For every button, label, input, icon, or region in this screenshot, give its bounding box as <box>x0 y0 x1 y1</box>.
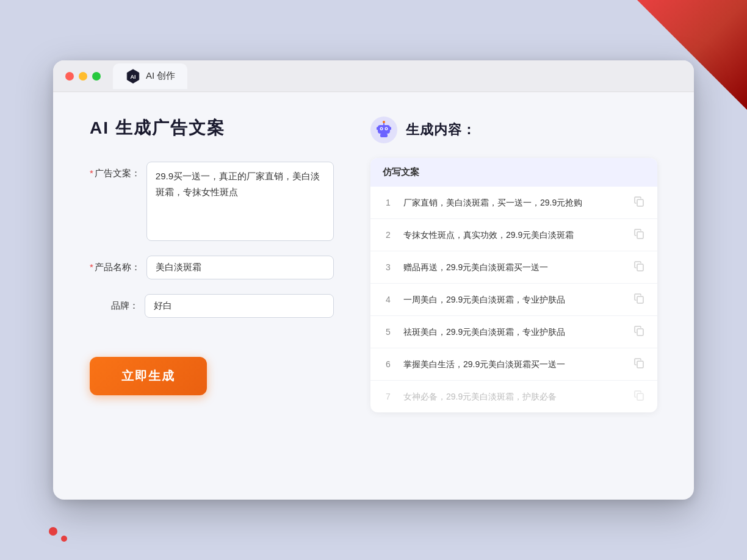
svg-point-5 <box>381 128 382 129</box>
product-name-input[interactable] <box>146 256 334 279</box>
copy-icon[interactable] <box>633 389 645 404</box>
row-number: 1 <box>383 198 394 207</box>
svg-rect-18 <box>637 393 643 400</box>
row-text: 赠品再送，29.9元美白淡斑霜买一送一 <box>403 261 623 274</box>
svg-rect-17 <box>637 361 643 368</box>
row-text: 一周美白，29.9元美白淡斑霜，专业护肤品 <box>403 293 623 306</box>
table-row: 1厂家直销，美白淡斑霜，买一送一，29.9元抢购 <box>370 187 657 219</box>
tab-ai-create[interactable]: AI AI 创作 <box>113 63 187 89</box>
right-panel: 生成内容： 仿写文案 1厂家直销，美白淡斑霜，买一送一，29.9元抢购 2专抹女… <box>370 117 657 412</box>
result-title: 生成内容： <box>406 121 476 139</box>
copy-icon[interactable] <box>633 228 645 242</box>
svg-rect-10 <box>377 127 378 130</box>
table-row: 5祛斑美白，29.9元美白淡斑霜，专业护肤品 <box>370 316 657 348</box>
row-number: 7 <box>383 392 394 401</box>
row-number: 6 <box>383 359 394 369</box>
robot-icon <box>370 117 397 143</box>
table-row: 6掌握美白生活，29.9元美白淡斑霜买一送一 <box>370 348 657 381</box>
brand-group: 品牌： <box>90 294 334 318</box>
svg-rect-11 <box>389 127 391 130</box>
svg-point-6 <box>386 128 387 129</box>
svg-rect-16 <box>637 329 643 336</box>
svg-rect-12 <box>637 199 643 206</box>
result-table: 仿写文案 1厂家直销，美白淡斑霜，买一送一，29.9元抢购 2专抹女性斑点，真实… <box>370 158 657 412</box>
ad-copy-input[interactable]: 29.9买一送一，真正的厂家直销，美白淡斑霜，专抹女性斑点 <box>146 162 334 241</box>
product-name-label: *产品名称： <box>90 256 140 273</box>
row-text: 祛斑美白，29.9元美白淡斑霜，专业护肤品 <box>403 326 623 339</box>
row-text: 专抹女性斑点，真实功效，29.9元美白淡斑霜 <box>403 229 623 242</box>
generate-button[interactable]: 立即生成 <box>90 357 207 395</box>
table-row: 7女神必备，29.9元美白淡斑霜，护肤必备 <box>370 381 657 412</box>
browser-window: AI AI 创作 AI 生成广告文案 *广告文案： 29.9买一送一，真正的厂家… <box>53 60 694 500</box>
table-row: 3赠品再送，29.9元美白淡斑霜买一送一 <box>370 251 657 284</box>
table-row: 4一周美白，29.9元美白淡斑霜，专业护肤品 <box>370 284 657 316</box>
tab-label: AI 创作 <box>146 70 175 82</box>
maximize-button[interactable] <box>92 72 101 81</box>
product-name-required: * <box>90 262 93 272</box>
svg-rect-9 <box>380 134 388 137</box>
svg-rect-2 <box>378 125 390 134</box>
result-table-header: 仿写文案 <box>370 158 657 187</box>
row-number: 4 <box>383 295 394 304</box>
row-number: 3 <box>383 262 394 272</box>
left-panel: AI 生成广告文案 *广告文案： 29.9买一送一，真正的厂家直销，美白淡斑霜，… <box>90 117 334 412</box>
traffic-lights <box>65 72 101 81</box>
generate-button-wrapper: 立即生成 <box>90 332 334 395</box>
ad-copy-label: *广告文案： <box>90 162 140 179</box>
svg-rect-13 <box>637 232 643 239</box>
corner-decoration-bottom-left <box>49 505 98 542</box>
row-number: 2 <box>383 230 394 240</box>
row-number: 5 <box>383 327 394 337</box>
copy-icon[interactable] <box>633 195 645 210</box>
copy-icon[interactable] <box>633 325 645 339</box>
svg-point-8 <box>383 121 385 123</box>
brand-input[interactable] <box>145 294 334 318</box>
svg-rect-15 <box>637 296 643 303</box>
row-text: 掌握美白生活，29.9元美白淡斑霜买一送一 <box>403 358 623 371</box>
page-title: AI 生成广告文案 <box>90 117 334 140</box>
row-text: 厂家直销，美白淡斑霜，买一送一，29.9元抢购 <box>403 196 623 209</box>
brand-label: 品牌： <box>90 294 139 312</box>
copy-icon[interactable] <box>633 357 645 372</box>
ad-copy-required: * <box>90 168 93 178</box>
row-text: 女神必备，29.9元美白淡斑霜，护肤必备 <box>403 390 623 403</box>
svg-rect-14 <box>637 264 643 271</box>
result-header: 生成内容： <box>370 117 657 143</box>
copy-icon[interactable] <box>633 260 645 275</box>
svg-text:AI: AI <box>131 74 136 80</box>
close-button[interactable] <box>65 72 74 81</box>
table-row: 2专抹女性斑点，真实功效，29.9元美白淡斑霜 <box>370 219 657 251</box>
result-rows-container: 1厂家直销，美白淡斑霜，买一送一，29.9元抢购 2专抹女性斑点，真实功效，29… <box>370 187 657 412</box>
ai-tab-icon: AI <box>125 68 141 84</box>
title-bar: AI AI 创作 <box>53 60 694 92</box>
ad-copy-group: *广告文案： 29.9买一送一，真正的厂家直销，美白淡斑霜，专抹女性斑点 <box>90 162 334 241</box>
minimize-button[interactable] <box>79 72 87 81</box>
copy-icon[interactable] <box>633 292 645 307</box>
product-name-group: *产品名称： <box>90 256 334 279</box>
main-content: AI 生成广告文案 *广告文案： 29.9买一送一，真正的厂家直销，美白淡斑霜，… <box>53 92 694 437</box>
